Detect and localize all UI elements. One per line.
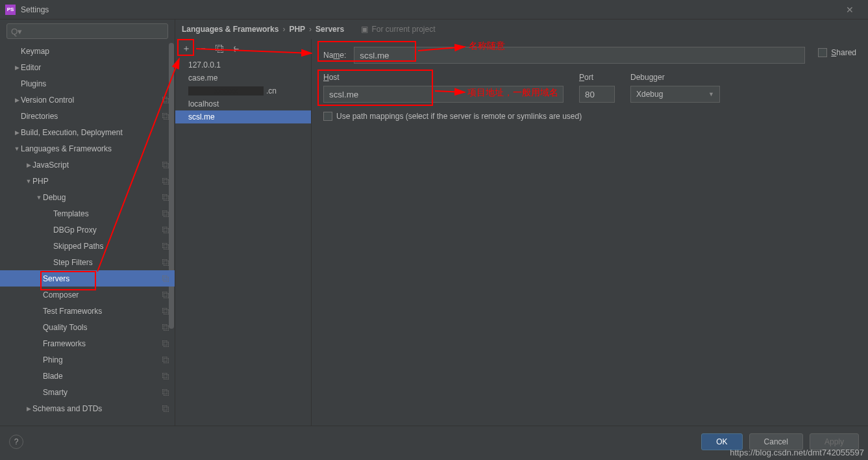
sidebar-item-debug[interactable]: ▼Debug⿻ (0, 189, 175, 205)
server-item[interactable]: scsl.me (175, 110, 311, 123)
sidebar-item-templates[interactable]: Templates⿻ (0, 205, 175, 222)
sidebar-item-plugins[interactable]: Plugins (0, 75, 175, 92)
host-input[interactable] (323, 86, 564, 103)
path-mappings-checkbox[interactable] (323, 112, 332, 121)
server-form: Shared Name: Host Port (312, 39, 868, 426)
scope-icon: ⿻ (162, 372, 169, 380)
sidebar-item-quality-tools[interactable]: Quality Tools⿻ (0, 319, 175, 335)
tree-label: Composer (43, 290, 162, 300)
shared-label: Shared (831, 48, 856, 57)
port-input[interactable] (579, 86, 615, 103)
add-icon[interactable]: ＋ (182, 43, 191, 55)
tree-label: Frameworks (43, 339, 162, 348)
expand-icon: ▶ (25, 162, 32, 168)
expand-icon: ▶ (13, 129, 21, 136)
scope-icon: ⿻ (162, 340, 169, 348)
sidebar-item-build-execution-deployment[interactable]: ▶Build, Execution, Deployment (0, 124, 175, 140)
tree-label: Smarty (43, 388, 162, 397)
tree-label: Build, Execution, Deployment (21, 128, 169, 137)
tree-label: Quality Tools (43, 323, 162, 332)
scope-icon: ⿻ (162, 226, 169, 234)
sidebar-item-dbgp-proxy[interactable]: DBGp Proxy⿻ (0, 222, 175, 238)
tree-label: PHP (32, 177, 162, 186)
expand-icon: ▼ (25, 178, 32, 185)
breadcrumb: Languages & Frameworks › PHP › Servers ▣… (175, 19, 868, 39)
sidebar-item-blade[interactable]: Blade⿻ (0, 368, 175, 384)
server-item[interactable]: case.me (175, 71, 311, 84)
tree-label: Languages & Frameworks (21, 144, 169, 153)
port-label: Port (579, 73, 615, 82)
sidebar-item-schemas-and-dtds[interactable]: ▶Schemas and DTDs⿻ (0, 400, 175, 416)
tree-label: Schemas and DTDs (32, 404, 162, 413)
sidebar-item-test-frameworks[interactable]: Test Frameworks⿻ (0, 303, 175, 319)
tree-label: Editor (21, 63, 169, 72)
scope-icon: ⿻ (162, 96, 169, 104)
sidebar-item-step-filters[interactable]: Step Filters⿻ (0, 254, 175, 270)
search-input[interactable] (6, 23, 168, 39)
sidebar-item-php[interactable]: ▼PHP⿻ (0, 173, 175, 189)
scope-icon: ⿻ (162, 356, 169, 364)
tree-label: Templates (53, 209, 162, 218)
debugger-select[interactable]: Xdebug ▼ (630, 86, 720, 103)
tree-label: Directories (21, 112, 162, 121)
tree-label: Servers (43, 274, 162, 283)
tree-label: Step Filters (53, 258, 162, 267)
tree-label: Plugins (21, 79, 169, 88)
expand-icon: ▼ (13, 146, 21, 152)
server-item[interactable]: 127.0.0.1 (175, 58, 311, 71)
sidebar-item-frameworks[interactable]: Frameworks⿻ (0, 335, 175, 351)
sidebar-item-version-control[interactable]: ▶Version Control⿻ (0, 92, 175, 108)
sidebar-item-editor[interactable]: ▶Editor (0, 59, 175, 75)
tree-label: JavaScript (32, 160, 162, 170)
scope-icon: ⿻ (162, 324, 169, 331)
app-icon: PS (5, 5, 16, 15)
scope-icon: ⿻ (162, 161, 169, 169)
scope-icon: ⿻ (162, 242, 169, 250)
sidebar-item-languages-frameworks[interactable]: ▼Languages & Frameworks (0, 140, 175, 157)
tree-label: Keymap (21, 47, 169, 56)
crumb-b: PHP (289, 25, 305, 34)
debugger-label: Debugger (630, 73, 720, 82)
scope-icon: ⿻ (162, 307, 169, 315)
shared-checkbox[interactable] (818, 48, 827, 57)
chevron-down-icon: ▼ (708, 91, 714, 97)
server-list[interactable]: 127.0.0.1case.mexxxxxx.cnlocalhostscsl.m… (175, 58, 311, 426)
scope-icon: ⿻ (162, 177, 169, 185)
close-icon[interactable]: ✕ (837, 5, 863, 15)
help-button[interactable]: ? (9, 435, 23, 449)
sidebar-item-keymap[interactable]: Keymap (0, 43, 175, 59)
sidebar-item-javascript[interactable]: ▶JavaScript⿻ (0, 157, 175, 173)
watermark: https://blog.csdn.net/dmt742055597 (730, 448, 864, 457)
expand-icon: ▼ (35, 194, 43, 201)
project-hint: For current project (371, 25, 435, 34)
scope-icon: ⿻ (162, 405, 169, 413)
copy-icon[interactable]: ⿻ (216, 44, 225, 54)
sidebar-item-phing[interactable]: Phing⿻ (0, 351, 175, 368)
expand-icon: ▶ (25, 405, 32, 412)
sidebar-item-directories[interactable]: Directories⿻ (0, 108, 175, 124)
server-item[interactable]: xxxxxx.cn (175, 84, 311, 97)
tree-label: Phing (43, 355, 162, 364)
window-title: Settings (21, 5, 837, 14)
tree-label: DBGp Proxy (53, 225, 162, 235)
remove-icon[interactable]: － (199, 43, 208, 55)
name-input[interactable] (354, 47, 805, 64)
host-label: Host (323, 73, 564, 82)
import-icon[interactable]: ⥼ (232, 44, 240, 54)
sidebar-item-servers[interactable]: Servers⿻ (0, 270, 175, 287)
server-item[interactable]: localhost (175, 97, 311, 110)
name-label: Name: (323, 51, 346, 60)
settings-tree[interactable]: Keymap▶EditorPlugins▶Version Control⿻Dir… (0, 43, 175, 426)
expand-icon: ▶ (13, 97, 21, 103)
titlebar: PS Settings ✕ (0, 0, 868, 19)
scope-icon: ⿻ (162, 389, 169, 396)
scope-icon: ⿻ (162, 291, 169, 299)
tree-label: Skipped Paths (53, 242, 162, 251)
sidebar-item-skipped-paths[interactable]: Skipped Paths⿻ (0, 238, 175, 254)
project-icon: ▣ (361, 25, 368, 34)
debugger-value: Xdebug (636, 90, 663, 99)
sidebar-item-composer[interactable]: Composer⿻ (0, 287, 175, 303)
scope-icon: ⿻ (162, 210, 169, 218)
settings-sidebar: Keymap▶EditorPlugins▶Version Control⿻Dir… (0, 19, 175, 426)
sidebar-item-smarty[interactable]: Smarty⿻ (0, 384, 175, 400)
